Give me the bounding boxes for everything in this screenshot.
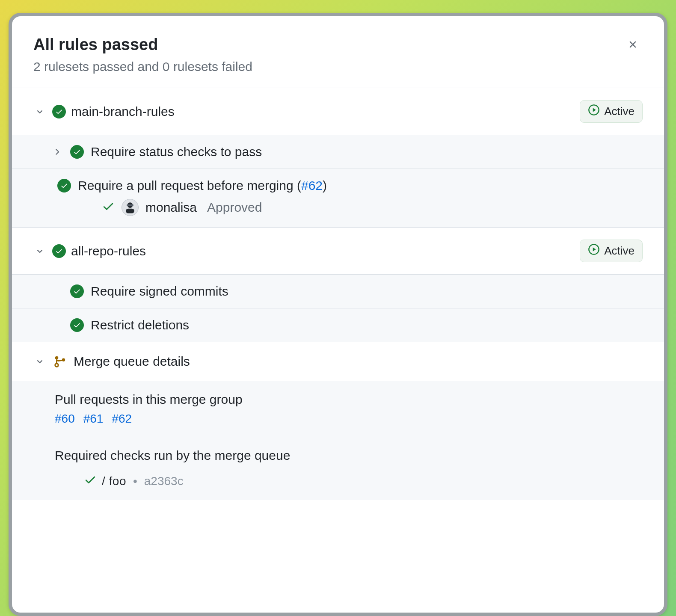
merge-checks-label: Required checks run by the merge queue bbox=[55, 448, 643, 463]
ruleset-header-all-repo-rules[interactable]: all-repo-rules Active bbox=[12, 228, 664, 275]
pr-link-62[interactable]: #62 bbox=[112, 412, 132, 426]
status-badge-label: Active bbox=[604, 105, 634, 118]
dialog-title: All rules passed bbox=[33, 34, 643, 55]
check-icon bbox=[102, 200, 115, 216]
rule-row-restrict-deletions: Restrict deletions bbox=[12, 308, 664, 342]
merge-checks-block: Required checks run by the merge queue /… bbox=[12, 437, 664, 500]
rule-row-signed-commits: Require signed commits bbox=[12, 275, 664, 308]
check-circle-icon bbox=[52, 244, 66, 258]
check-circle-icon bbox=[70, 145, 84, 159]
rule-label: Require signed commits bbox=[91, 284, 228, 299]
merge-group-label: Pull requests in this merge group bbox=[55, 392, 643, 407]
avatar bbox=[122, 199, 139, 216]
rule-label: Require a pull request before merging (#… bbox=[78, 178, 327, 193]
separator-dot: • bbox=[133, 474, 137, 488]
svg-point-7 bbox=[55, 356, 59, 360]
svg-rect-3 bbox=[126, 209, 134, 213]
status-badge-label: Active bbox=[604, 244, 634, 258]
merge-queue-icon bbox=[53, 355, 67, 368]
merge-check-name: / foo bbox=[102, 474, 126, 488]
approver-row: monalisa Approved bbox=[50, 193, 643, 218]
pr-link-62[interactable]: #62 bbox=[301, 178, 323, 192]
chevron-down-icon bbox=[33, 355, 46, 368]
chevron-right-icon bbox=[50, 145, 63, 158]
ruleset-name: all-repo-rules bbox=[71, 244, 146, 258]
chevron-down-icon bbox=[33, 245, 46, 258]
ruleset-name: main-branch-rules bbox=[71, 104, 175, 119]
approver-status: Approved bbox=[207, 200, 262, 215]
status-badge: Active bbox=[580, 240, 643, 262]
svg-rect-4 bbox=[127, 204, 133, 206]
check-circle-icon bbox=[70, 284, 84, 298]
check-circle-icon bbox=[52, 105, 66, 118]
chevron-down-icon bbox=[33, 105, 46, 118]
approver-name: monalisa bbox=[145, 200, 197, 215]
ruleset-header-main-branch-rules[interactable]: main-branch-rules Active bbox=[12, 88, 664, 135]
rule-label: Require status checks to pass bbox=[91, 145, 262, 159]
play-circle-icon bbox=[588, 104, 600, 119]
rule-row-status-checks[interactable]: Require status checks to pass bbox=[12, 135, 664, 169]
merge-group-block: Pull requests in this merge group #60 #6… bbox=[12, 381, 664, 437]
pr-link-61[interactable]: #61 bbox=[83, 412, 104, 426]
close-button[interactable] bbox=[624, 36, 642, 54]
close-icon bbox=[627, 39, 638, 51]
section-title: Merge queue details bbox=[74, 354, 190, 369]
svg-point-8 bbox=[62, 358, 65, 362]
merge-group-pr-links: #60 #61 #62 bbox=[55, 412, 643, 426]
section-header-merge-queue[interactable]: Merge queue details bbox=[12, 342, 664, 381]
dialog-subtitle: 2 rulesets passed and 0 rulesets failed bbox=[33, 59, 643, 74]
status-badge: Active bbox=[580, 100, 643, 123]
merge-check-sha: a2363c bbox=[144, 474, 184, 488]
merge-check-row: / foo • a2363c bbox=[55, 468, 643, 489]
rule-row-pull-request: Require a pull request before merging (#… bbox=[12, 169, 664, 228]
check-icon bbox=[84, 473, 97, 489]
check-circle-icon bbox=[70, 318, 84, 332]
dialog-header: All rules passed 2 rulesets passed and 0… bbox=[12, 16, 664, 88]
check-circle-icon bbox=[57, 179, 71, 192]
rules-dialog: All rules passed 2 rulesets passed and 0… bbox=[9, 13, 667, 616]
rule-label: Restrict deletions bbox=[91, 318, 189, 332]
play-circle-icon bbox=[588, 243, 600, 258]
pr-link-60[interactable]: #60 bbox=[55, 412, 75, 426]
svg-point-6 bbox=[55, 364, 59, 367]
